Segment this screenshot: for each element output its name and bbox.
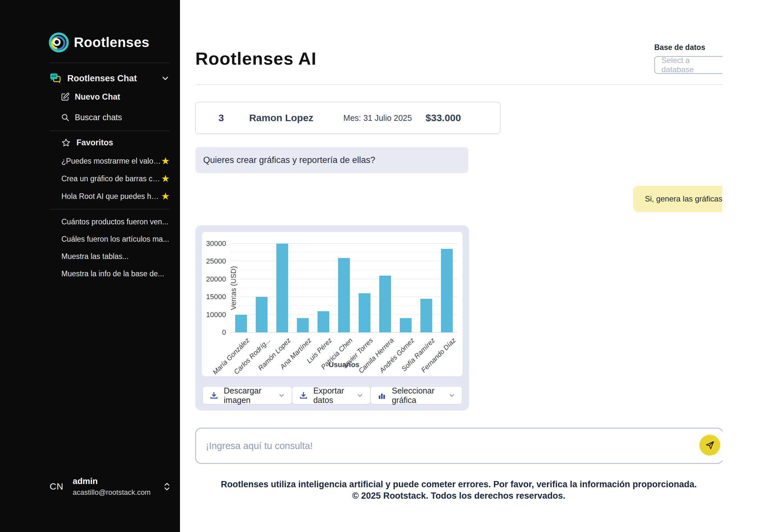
user-account-menu[interactable]: CN admin acastillo@rootstack.com <box>50 476 171 497</box>
history-chat-item[interactable]: Muestra las tablas... <box>61 252 170 261</box>
gridline <box>231 243 457 244</box>
y-tick-label: 15000 <box>206 293 226 301</box>
chart-card: Ventas (USD) 01000015000200002500030000 … <box>195 225 469 411</box>
star-filled-icon[interactable]: ★ <box>161 191 170 201</box>
result-card: 3 Ramon Lopez Mes: 31 Julio 2025 $33.000 <box>195 102 500 134</box>
bar <box>359 293 370 332</box>
chat-bubbles-icon <box>49 72 62 85</box>
chart-plot: 01000015000200002500030000 <box>231 244 457 332</box>
download-icon <box>209 391 219 400</box>
star-outline-icon <box>61 138 71 147</box>
bar <box>276 244 288 332</box>
chevron-down-icon[interactable] <box>161 74 170 83</box>
history-chat-label: Muestra las tablas... <box>61 252 129 261</box>
history-chat-label: Muestra la info de la base de... <box>61 269 164 278</box>
user-message-bubble: Si, genera las gráficas <box>633 186 722 212</box>
select-chart-button[interactable]: Seleccionar gráfica <box>370 386 462 404</box>
bot-message-text: Quieres crear gráficas y reportería de e… <box>203 155 375 165</box>
chevron-down-icon <box>448 392 455 399</box>
history-chat-item[interactable]: Cuántos productos fueron ven... <box>61 218 170 226</box>
y-tick-label: 10000 <box>206 311 226 319</box>
copyright-text: © 2025 Rootstack. Todos los derechos res… <box>195 491 722 501</box>
search-icon <box>61 113 70 122</box>
result-name: Ramon Lopez <box>249 112 314 123</box>
avatar: CN <box>50 481 63 492</box>
bar <box>441 249 453 332</box>
bar-chart: Ventas (USD) 01000015000200002500030000 … <box>202 232 463 376</box>
result-amount: $33.000 <box>426 112 461 123</box>
bar <box>379 276 391 332</box>
history-chat-item[interactable]: Muestra la info de la base de... <box>61 269 170 278</box>
bar <box>256 297 268 332</box>
database-label: Base de datos <box>654 43 705 52</box>
up-down-chevron-icon[interactable] <box>163 482 171 492</box>
x-axis-title: Usuarios <box>231 361 457 369</box>
bar <box>297 318 309 332</box>
bar <box>318 311 329 332</box>
bar <box>338 258 350 332</box>
section-label: Rootlenses Chat <box>67 73 137 84</box>
export-data-button[interactable]: Exportar datos <box>292 386 371 404</box>
chart-actions: Descargar imagen Exportar datos <box>203 386 462 404</box>
send-button[interactable] <box>699 435 720 456</box>
download-image-button[interactable]: Descargar imagen <box>203 386 292 404</box>
user-email: acastillo@rootstack.com <box>73 488 151 497</box>
user-meta: admin acastillo@rootstack.com <box>73 476 151 497</box>
chevron-down-icon <box>278 392 285 399</box>
x-tick-label: Carlos Rodríg... <box>232 336 272 376</box>
favorite-chat-item[interactable]: ¿Puedes mostrarme el valor d... ★ <box>61 156 170 166</box>
divider <box>50 63 170 63</box>
bot-message-bubble: Quieres crear gráficas y reportería de e… <box>195 147 468 173</box>
favorites-label: Favoritos <box>76 138 113 147</box>
main-area: Rootlenses AI Base de datos Select a dat… <box>180 0 766 532</box>
sidebar: Rootlenses Rootlenses Chat N <box>0 0 180 532</box>
favorite-chat-item[interactable]: Hola Root AI que puedes hac... ★ <box>61 191 170 201</box>
divider <box>50 209 170 209</box>
database-select[interactable]: Select a database <box>654 56 722 74</box>
user-message-text: Si, genera las gráficas <box>645 194 722 203</box>
export-data-label: Exportar datos <box>313 386 350 405</box>
sidebar-section-rootlenses-chat[interactable]: Rootlenses Chat <box>49 72 170 85</box>
y-tick-label: 0 <box>222 328 226 337</box>
sidebar-favorites-header: Favoritos <box>61 138 113 147</box>
logo-wordmark: Rootlenses <box>74 35 149 50</box>
app-logo: Rootlenses <box>48 32 149 53</box>
divider <box>50 131 170 131</box>
user-name: admin <box>73 476 151 486</box>
y-tick-label: 30000 <box>206 239 226 248</box>
y-tick-label: 25000 <box>206 257 226 266</box>
favorite-chat-label: ¿Puedes mostrarme el valor d... <box>61 157 161 166</box>
gridline-minor <box>231 252 457 252</box>
star-filled-icon[interactable]: ★ <box>161 156 170 166</box>
bar-chart-icon <box>377 391 386 400</box>
favorite-chat-item[interactable]: Crea un gráfico de barras con... ★ <box>61 174 170 184</box>
bar <box>400 318 412 332</box>
result-month: Mes: 31 Julio 2025 <box>343 113 412 123</box>
divider <box>195 84 722 85</box>
new-chat-icon <box>61 92 70 101</box>
footer: Rootlenses utiliza inteligencia artifici… <box>195 479 722 501</box>
download-icon <box>299 391 308 400</box>
sidebar-item-new-chat[interactable]: Nuevo Chat <box>61 92 120 102</box>
search-chats-label: Buscar chats <box>75 113 122 122</box>
download-image-label: Descargar imagen <box>224 386 271 405</box>
history-chat-label: Cuántos productos fueron ven... <box>61 218 168 226</box>
logo-icon <box>48 32 69 53</box>
history-chat-item[interactable]: Cuáles fueron los artículos ma... <box>61 235 170 244</box>
bar <box>420 299 432 332</box>
bar <box>235 315 247 332</box>
new-chat-label: Nuevo Chat <box>75 92 120 102</box>
sidebar-item-search-chats[interactable]: Buscar chats <box>61 113 122 122</box>
composer <box>195 428 722 464</box>
page-title: Rootlenses AI <box>195 48 317 69</box>
select-chart-label: Seleccionar gráfica <box>392 386 442 405</box>
main-content: Rootlenses AI Base de datos Select a dat… <box>195 0 722 532</box>
y-tick-label: 20000 <box>206 275 226 283</box>
star-filled-icon[interactable]: ★ <box>161 174 170 184</box>
query-input[interactable] <box>195 428 722 464</box>
database-select-placeholder: Select a database <box>661 56 713 74</box>
favorite-chat-label: Hola Root AI que puedes hac... <box>61 192 161 201</box>
paper-plane-icon <box>705 440 715 450</box>
x-tick-label: María González <box>211 336 251 376</box>
chevron-down-icon <box>356 392 364 399</box>
